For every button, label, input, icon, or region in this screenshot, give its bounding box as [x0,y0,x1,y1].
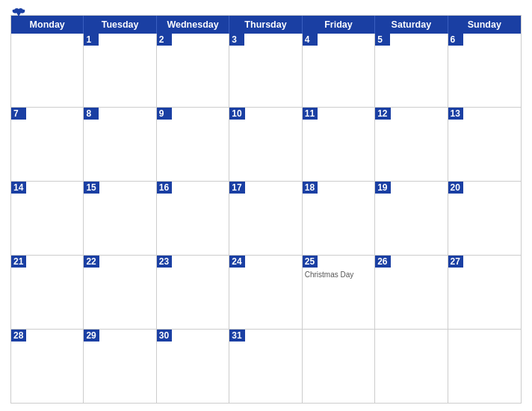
day-number: 11 [303,108,318,120]
day-cell: 21 [11,256,84,329]
day-header-monday: Monday [11,16,84,34]
day-header-wednesday: Wednesday [157,16,229,34]
day-number: 10 [229,108,244,120]
day-number: 30 [157,330,172,342]
header [10,7,522,10]
day-cell: 12 [375,108,448,181]
day-number: 20 [448,182,463,194]
day-cell: 2 [157,34,229,107]
day-cell [303,330,375,403]
day-header-sunday: Sunday [448,16,521,34]
day-number: 25 [303,256,318,268]
day-cell: 25Christmas Day [303,256,375,329]
logo-blue-text [10,7,25,18]
day-cell: 6 [448,34,521,107]
day-number: 24 [229,256,244,268]
day-number: 16 [157,182,172,194]
day-number: 14 [11,182,26,194]
day-cell: 7 [11,108,84,181]
day-cell: 1 [84,34,156,107]
logo [10,7,25,18]
day-number: 5 [375,34,390,46]
day-number: 3 [229,34,244,46]
day-cell: 24 [229,256,302,329]
day-cell: 11 [303,108,375,181]
day-cell: 29 [84,330,156,403]
day-cell: 22 [84,256,156,329]
day-cell: 4 [303,34,375,107]
day-number: 31 [229,330,244,342]
day-number: 26 [375,256,390,268]
day-cell: 15 [84,182,156,255]
event-label: Christmas Day [303,269,374,279]
day-number: 9 [157,108,172,120]
day-number: 18 [303,182,318,194]
day-number: 29 [84,330,99,342]
day-cell: 18 [303,182,375,255]
day-cell: 8 [84,108,156,181]
calendar-grid: MondayTuesdayWednesdayThursdayFridaySatu… [10,15,522,404]
day-number: 28 [11,330,26,342]
day-number: 17 [229,182,244,194]
day-number: 27 [448,256,463,268]
day-number: 19 [375,182,390,194]
day-cell: 9 [157,108,229,181]
day-cell: 16 [157,182,229,255]
day-number: 6 [448,34,463,46]
day-headers-row: MondayTuesdayWednesdayThursdayFridaySatu… [11,16,521,34]
day-number: 2 [157,34,172,46]
week-row-4: 2122232425Christmas Day2627 [11,255,521,329]
day-number: 4 [303,34,318,46]
day-header-thursday: Thursday [229,16,302,34]
day-number: 23 [157,256,172,268]
day-number: 22 [84,256,99,268]
day-number: 1 [84,34,99,46]
weeks-container: 1234567891011121314151617181920212223242… [11,34,521,403]
day-cell: 19 [375,182,448,255]
logo-bird-icon [12,7,25,18]
day-cell: 13 [448,108,521,181]
week-row-1: 123456 [11,34,521,107]
week-row-3: 14151617181920 [11,181,521,255]
day-cell: 5 [375,34,448,107]
day-cell: 26 [375,256,448,329]
day-cell [11,34,84,107]
day-cell: 30 [157,330,229,403]
day-cell: 3 [229,34,302,107]
week-row-2: 78910111213 [11,107,521,181]
day-cell [375,330,448,403]
day-cell: 28 [11,330,84,403]
day-number: 13 [448,108,463,120]
day-number: 15 [84,182,99,194]
day-header-tuesday: Tuesday [84,16,156,34]
day-header-friday: Friday [303,16,375,34]
day-cell: 17 [229,182,302,255]
day-header-saturday: Saturday [375,16,448,34]
day-number: 8 [84,108,99,120]
week-row-5: 28293031 [11,329,521,403]
day-number: 21 [11,256,26,268]
calendar-page: MondayTuesdayWednesdayThursdayFridaySatu… [0,0,532,411]
day-cell: 27 [448,256,521,329]
day-cell: 23 [157,256,229,329]
day-cell [448,330,521,403]
day-number: 7 [11,108,26,120]
day-number: 12 [375,108,390,120]
day-cell: 31 [229,330,302,403]
day-cell: 14 [11,182,84,255]
day-cell: 20 [448,182,521,255]
day-cell: 10 [229,108,302,181]
